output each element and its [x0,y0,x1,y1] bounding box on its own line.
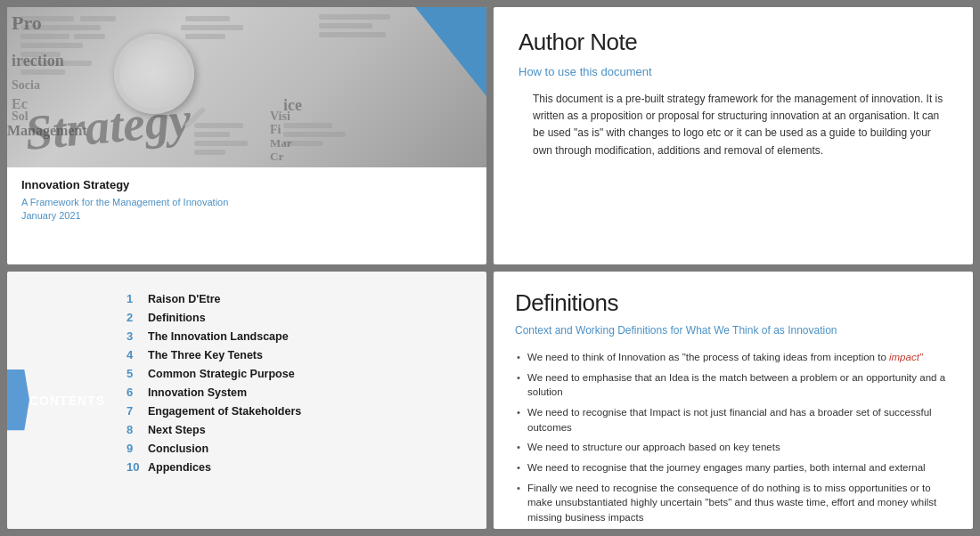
contents-item: Appendices [148,458,465,476]
contents-num: 5 [127,364,148,383]
contents-item: Common Strategic Purpose [148,364,465,383]
contents-num: 8 [127,420,148,439]
contents-row: 9 Conclusion [127,439,465,458]
contents-label: CONTENTS [29,394,105,408]
svg-marker-0 [7,370,29,430]
definitions-bullet-list: We need to think of Innovation as "the p… [515,347,951,528]
author-note-body: This document is a pre-built strategy fr… [519,91,948,159]
slide1-date: January 2021 [21,210,472,221]
contents-item: The Innovation Landscape [148,327,465,345]
contents-item: Engagement of Stakeholders [148,402,465,420]
slide1-title: Innovation Strategy [21,178,472,191]
definitions-subtitle: Context and Working Definitions for What… [515,324,951,337]
contents-num: 4 [127,345,148,364]
contents-row: 5 Common Strategic Purpose [127,364,465,383]
arrow-svg [7,370,29,430]
definitions-title: Definitions [515,289,951,317]
contents-item: Innovation System [148,383,465,402]
bullet-item: We need to think of Innovation as "the p… [515,347,951,368]
contents-item: Raison D'Etre [148,289,465,308]
slide1-text-area: Innovation Strategy A Framework for the … [7,167,486,228]
contents-num: 3 [127,327,148,345]
contents-item: Next Steps [148,420,465,439]
contents-item: Conclusion [148,439,465,458]
slide-definitions: Definitions Context and Working Definiti… [494,272,973,529]
slide-contents: CONTENTS 1 Raison D'Etre 2 Definitions 3… [7,272,486,529]
author-note-subtitle: How to use this document [519,65,948,78]
bullet-item: We need to emphasise that an Idea is the… [515,368,951,402]
contents-row: 1 Raison D'Etre [127,289,465,308]
contents-num: 2 [127,308,148,327]
contents-item: The Three Key Tenets [148,345,465,364]
bullet-item: We need to structure our approach based … [515,437,951,458]
slide1-subtitle: A Framework for the Management of Innova… [21,197,472,207]
bullet-item: Finally we need to recognise the consequ… [515,478,951,528]
contents-table: 1 Raison D'Etre 2 Definitions 3 The Inno… [127,289,465,476]
contents-row: 7 Engagement of Stakeholders [127,402,465,420]
bullet-item: We need to recognise that Impact is not … [515,402,951,437]
contents-arrow-shape: CONTENTS [7,272,105,529]
newspaper-background: Pro irection Socia Ec Sol Management ice… [7,7,486,167]
contents-row: 10 Appendices [127,458,465,476]
contents-row: 3 The Innovation Landscape [127,327,465,345]
contents-num: 1 [127,289,148,308]
contents-row: 6 Innovation System [127,383,465,402]
bullet-item: We need to recognise that the journey en… [515,458,951,478]
contents-num: 7 [127,402,148,420]
contents-num: 9 [127,439,148,458]
author-note-title: Author Note [519,28,948,56]
slide1-image: Pro irection Socia Ec Sol Management ice… [7,7,486,167]
slide-innovation-strategy: Pro irection Socia Ec Sol Management ice… [7,7,486,264]
blue-triangle-decoration [415,7,486,96]
contents-row: 4 The Three Key Tenets [127,345,465,364]
contents-table-area: 1 Raison D'Etre 2 Definitions 3 The Inno… [105,272,486,529]
contents-num: 6 [127,383,148,402]
magnifier-icon [114,34,194,114]
contents-row: 8 Next Steps [127,420,465,439]
contents-item: Definitions [148,308,465,327]
contents-num: 10 [127,458,148,476]
highlight-impact: impact" [889,352,923,362]
slide-author-note: Author Note How to use this document Thi… [494,7,973,264]
contents-row: 2 Definitions [127,308,465,327]
